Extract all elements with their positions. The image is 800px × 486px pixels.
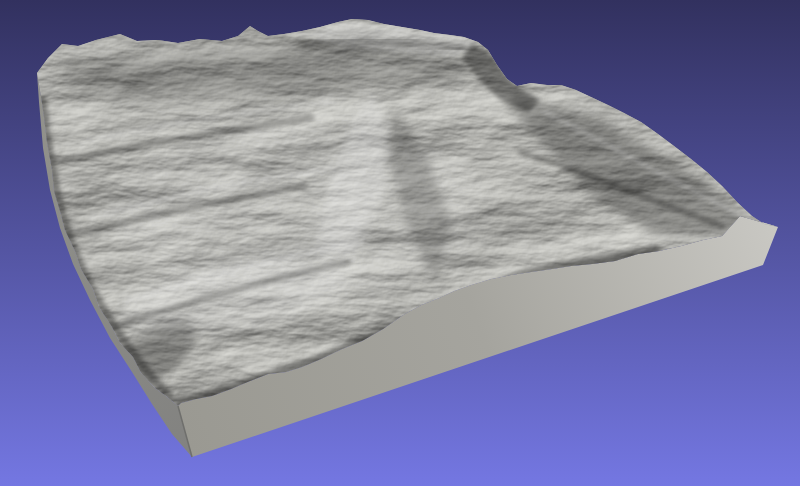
viewport-3d[interactable] bbox=[0, 0, 800, 486]
scene-canvas bbox=[0, 0, 800, 486]
